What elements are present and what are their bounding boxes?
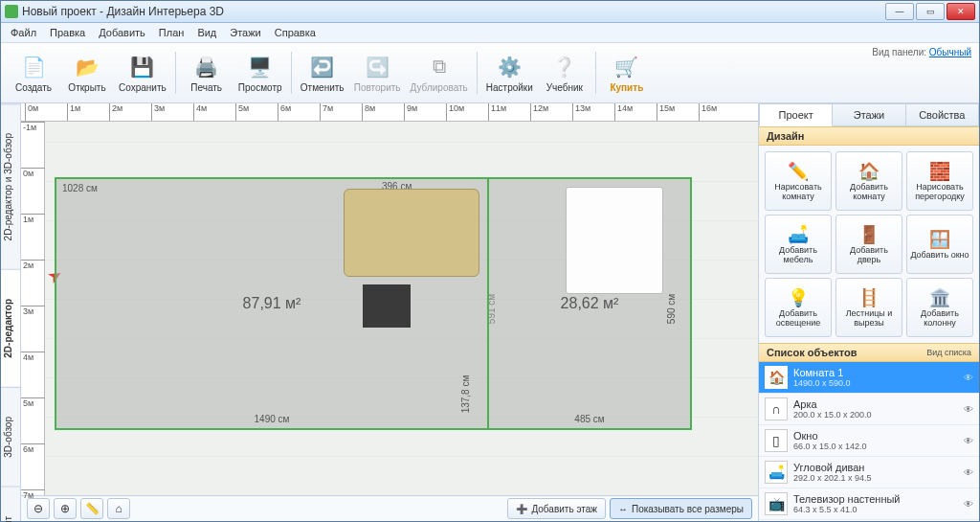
visibility-icon[interactable]: 👁 — [964, 404, 973, 415]
menu-этажи[interactable]: Этажи — [224, 25, 266, 40]
preview-button[interactable]: 🖥️Просмотр — [234, 45, 287, 101]
undo-button[interactable]: ↩️Отменить — [296, 45, 349, 101]
dup-button: ⧉Дублировать — [406, 45, 473, 101]
object-item[interactable]: 🛋️Угловой диван292.0 x 202.1 x 94.5👁 — [759, 457, 979, 488]
print-button[interactable]: 🖨️Печать — [180, 45, 234, 101]
object-item[interactable]: 🔥Камин классический150.0 x 37.0 x 113.5👁 — [759, 520, 979, 521]
left-tab-3[interactable]: Виртуальный визит — [1, 487, 20, 522]
show-dims-button[interactable]: ↔Показывать все размеры — [610, 498, 752, 519]
create-icon: 📄 — [20, 54, 47, 80]
bed[interactable] — [566, 187, 663, 294]
object-thumb: 📺 — [765, 492, 788, 515]
visibility-icon[interactable]: 👁 — [964, 499, 973, 510]
object-list-title: Список объектов — [767, 347, 857, 358]
visibility-icon[interactable]: 👁 — [964, 373, 973, 383]
buy-button[interactable]: 🛒Купить — [600, 45, 654, 101]
create-button[interactable]: 📄Создать — [7, 45, 60, 101]
maximize-button[interactable]: ▭ — [916, 3, 945, 20]
object-item[interactable]: 📺Телевизор настенный64.3 x 5.5 x 41.0👁 — [759, 488, 979, 520]
object-list-view-link[interactable]: Вид списка — [926, 348, 971, 357]
save-icon: 💾 — [129, 54, 156, 80]
zoom-in-button[interactable]: ⊕ — [54, 498, 77, 519]
object-item[interactable]: ∩Арка200.0 x 15.0 x 200.0👁 — [759, 394, 979, 425]
dim-label: 590 см — [666, 294, 677, 324]
object-thumb: 🏠 — [765, 366, 788, 389]
menu-справка[interactable]: Справка — [269, 25, 322, 40]
left-tab-1[interactable]: 2D-редактор — [1, 269, 20, 387]
open-button[interactable]: 📂Открыть — [60, 45, 114, 101]
settings-button[interactable]: ⚙️Настройки — [481, 45, 538, 101]
left-tab-2[interactable]: 3D-обзор — [1, 387, 20, 487]
home-button[interactable]: ⌂ — [107, 498, 130, 519]
view-panel-label: Вид панели: Обычный — [872, 47, 971, 57]
minimize-button[interactable]: — — [885, 3, 914, 20]
left-tab-0[interactable]: 2D-редактор и 3D-обзор — [1, 103, 20, 269]
design-добавить-окно[interactable]: 🪟Добавить окно — [906, 215, 973, 274]
rp-tab-этажи[interactable]: Этажи — [833, 103, 905, 126]
menu-добавить[interactable]: Добавить — [93, 25, 151, 40]
add-floor-button[interactable]: ➕Добавить этаж — [507, 498, 606, 519]
room-area-label: 28,62 м² — [561, 295, 619, 312]
undo-icon: ↩️ — [309, 54, 336, 80]
rp-tab-свойства[interactable]: Свойства — [906, 103, 979, 126]
design-добавить-дверь[interactable]: 🚪Добавить дверь — [835, 215, 902, 274]
dim-label: 485 см — [574, 414, 604, 424]
room-2[interactable]: 485 см 590 см 28,62 м² — [487, 177, 692, 430]
redo-button: ↪️Повторить — [349, 45, 406, 101]
window-title: Новый проект - Дизайн Интерьера 3D — [22, 5, 885, 18]
design-нарисовать-перегородку[interactable]: 🧱Нарисовать перегородку — [906, 151, 973, 211]
design-лестницы-и-вырезы[interactable]: 🪜Лестницы и вырезы — [835, 278, 902, 337]
ruler-horizontal: 0м1м2м3м4м5м6м7м8м9м10м11м12м13м14м15м16… — [21, 103, 758, 122]
design-section-title: Дизайн — [759, 126, 979, 146]
floorplan-canvas[interactable]: ➤ 1028 см 1490 см 591 см 396 см 137,8 см… — [45, 122, 758, 495]
visibility-icon[interactable]: 👁 — [964, 467, 973, 478]
design-добавить-колонну[interactable]: 🏛️Добавить колонну — [906, 278, 973, 337]
zoom-out-button[interactable]: ⊖ — [27, 498, 50, 519]
room-area-label: 87,91 м² — [243, 295, 301, 312]
ruler-vertical: -1м0м1м2м3м4м5м6м7м — [21, 122, 45, 495]
tutorial-icon: ❔ — [551, 54, 578, 80]
buy-icon: 🛒 — [613, 54, 640, 80]
tv-stand[interactable] — [363, 284, 411, 328]
open-icon: 📂 — [74, 54, 100, 80]
redo-icon: ↪️ — [364, 54, 390, 80]
dim-label: 1490 см — [255, 414, 290, 424]
room-1[interactable]: 1028 см 1490 см 591 см 396 см 137,8 см 8… — [55, 177, 489, 430]
menu-файл[interactable]: Файл — [5, 25, 42, 40]
app-icon — [5, 5, 18, 18]
object-item[interactable]: 🏠Комната 11490.0 x 590.0👁 — [759, 362, 979, 394]
measure-button[interactable]: 📏 — [80, 498, 103, 519]
design-добавить-мебель[interactable]: 🛋️Добавить мебель — [765, 215, 832, 274]
dim-label: 1028 см — [62, 183, 98, 193]
object-thumb: ∩ — [765, 397, 788, 420]
preview-icon: 🖥️ — [247, 54, 274, 80]
dim-label: 137,8 см — [461, 375, 472, 414]
menu-вид[interactable]: Вид — [191, 25, 222, 40]
menu-план[interactable]: План — [153, 25, 190, 40]
close-button[interactable]: ✕ — [947, 3, 975, 20]
visibility-icon[interactable]: 👁 — [964, 436, 973, 446]
object-thumb: ▯ — [765, 429, 788, 452]
object-item[interactable]: ▯Окно66.0 x 15.0 x 142.0👁 — [759, 425, 979, 457]
design-добавить-освещение[interactable]: 💡Добавить освещение — [765, 278, 832, 337]
sofa[interactable] — [344, 189, 479, 277]
tutorial-button[interactable]: ❔Учебник — [538, 45, 591, 101]
save-button[interactable]: 💾Сохранить — [114, 45, 171, 101]
rp-tab-проект[interactable]: Проект — [759, 103, 833, 126]
settings-icon: ⚙️ — [496, 54, 523, 80]
menu-правка[interactable]: Правка — [44, 25, 91, 40]
view-panel-link[interactable]: Обычный — [929, 47, 971, 57]
design-добавить-комнату[interactable]: 🏠Добавить комнату — [835, 151, 902, 211]
print-icon: 🖨️ — [193, 54, 220, 80]
object-thumb: 🛋️ — [765, 461, 788, 484]
dup-icon: ⧉ — [426, 54, 453, 80]
design-нарисовать-комнату[interactable]: ✏️Нарисовать комнату — [765, 151, 832, 211]
